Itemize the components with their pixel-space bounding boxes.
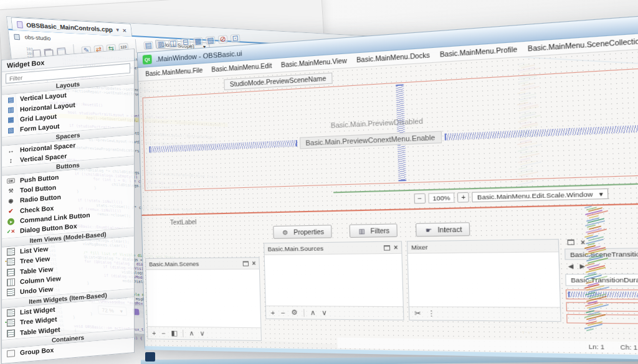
source-properties-icon[interactable]: ⚙ xyxy=(291,308,298,317)
editor-tab-title: OBSBasic_MainControls.cpp xyxy=(26,21,113,33)
text-label-widget[interactable]: TextLabel xyxy=(170,218,197,226)
scenes-list[interactable] xyxy=(146,269,261,328)
widget-item-label: Undo View xyxy=(20,285,53,295)
action-button-icon xyxy=(423,225,434,234)
widget-item-icon xyxy=(6,278,16,287)
form-designer-window: Qt .MainWindow - OBSBasic.ui Basic.MainM… xyxy=(137,11,638,361)
widget-item-icon xyxy=(6,105,16,114)
action-button[interactable]: Properties xyxy=(273,225,331,239)
zoom-out-button[interactable]: − xyxy=(414,194,426,204)
sources-list[interactable] xyxy=(265,253,403,307)
layout-toolbar-icon[interactable] xyxy=(156,40,166,49)
move-up-icon[interactable]: ∧ xyxy=(310,309,316,317)
move-down-icon[interactable]: ∨ xyxy=(200,329,205,337)
project-icon xyxy=(14,34,20,40)
scale-window-combo[interactable]: Basic.MainMenu.Edit.Scale.Window ▾ xyxy=(472,189,609,202)
action-button-icon xyxy=(280,228,290,236)
layout-toolbar-icon[interactable] xyxy=(168,39,178,47)
widget-box-panel: Widget Box Layouts Vertical Layout Horiz… xyxy=(1,49,135,364)
action-button-icon xyxy=(356,226,367,235)
horizontal-spacer-widget[interactable] xyxy=(149,140,297,152)
status-line: Ln: 1 xyxy=(589,343,605,351)
mixer-dock-header[interactable]: Mixer xyxy=(407,240,558,253)
sources-dock: Basic.Main.Sources × + − ⚙ ∧ ∨ xyxy=(264,241,404,320)
remove-scene-icon[interactable]: − xyxy=(161,329,166,337)
widget-item-icon xyxy=(6,217,16,226)
preview-selection-box[interactable]: Basic.Main.PreviewDisabled Basic.Main.Pr… xyxy=(143,65,638,191)
widget-item-icon xyxy=(6,227,16,236)
action-button[interactable]: Interact xyxy=(416,222,470,236)
widget-item-icon xyxy=(6,116,16,124)
widget-item-label: Tree View xyxy=(20,255,50,265)
widget-item-label: Group Box xyxy=(20,346,54,357)
widget-item-icon xyxy=(6,319,16,327)
move-up-icon[interactable]: ∧ xyxy=(189,329,194,337)
widget-box-section: Item Views (Model-Based) List View Tree … xyxy=(2,227,134,299)
mixer-dock: Mixer ✂ ⋮ xyxy=(407,239,561,322)
mixer-body[interactable] xyxy=(408,251,560,307)
close-dock-icon[interactable]: × xyxy=(394,244,398,251)
float-dock-icon[interactable] xyxy=(568,240,574,245)
action-button-label: Filters xyxy=(371,226,390,234)
layout-toolbar-icon[interactable] xyxy=(143,40,153,49)
add-source-icon[interactable]: + xyxy=(270,309,275,317)
widget-item-icon xyxy=(6,258,16,266)
toolbar-separator xyxy=(135,39,137,53)
zoom-in-button[interactable]: + xyxy=(457,192,469,203)
float-dock-icon[interactable] xyxy=(243,261,249,266)
widget-item-icon xyxy=(6,146,16,154)
cpp-file-icon xyxy=(17,21,23,28)
preview-context-label[interactable]: Basic.Main.PreviewConextMenu.Enable xyxy=(300,131,442,149)
float-dock-icon[interactable] xyxy=(384,245,390,251)
widget-item-icon xyxy=(6,186,16,195)
mixer-toolbar: ✂ ⋮ xyxy=(409,307,560,321)
widget-item-icon xyxy=(6,349,16,358)
mixer-menu-icon[interactable]: ⋮ xyxy=(427,309,436,318)
widgetbox-section-items: Push Button Tool Button Radio Button Che… xyxy=(2,165,134,237)
scenes-dock-title: Basic.Main.Scenes xyxy=(149,260,199,268)
add-scene-icon[interactable]: + xyxy=(152,329,156,337)
widget-item-icon xyxy=(6,247,16,256)
move-down-icon[interactable]: ∨ xyxy=(321,309,327,317)
mixer-dock-title: Mixer xyxy=(411,243,428,251)
widget-item-icon xyxy=(6,176,16,185)
layout-toolbar-icon[interactable] xyxy=(193,37,203,45)
horizontal-spacer-widget[interactable] xyxy=(444,123,638,141)
widget-box-section: Buttons Push Button Tool Button Radio Bu… xyxy=(2,156,134,237)
scene-grid-icon[interactable]: ◧ xyxy=(171,329,178,337)
widget-item-icon xyxy=(6,268,16,276)
scale-combo-value: Basic.MainMenu.Edit.Scale.Window xyxy=(477,190,593,201)
previous-transition-icon[interactable]: ◀ xyxy=(568,263,574,269)
widget-item-icon xyxy=(6,126,16,134)
remove-source-icon[interactable]: − xyxy=(281,309,285,317)
menu-item[interactable]: Basic.MainMenu.Edit xyxy=(207,60,276,75)
preview-border-line xyxy=(142,202,638,216)
widget-box-sections: Layouts Vertical Layout Horizontal Layou… xyxy=(2,75,134,359)
scenes-dock-header[interactable]: Basic.Main.Scenes × xyxy=(146,258,259,269)
layout-toolbar-icon[interactable] xyxy=(218,35,228,44)
tab-dropdown-icon[interactable]: ▾ xyxy=(116,27,119,32)
action-button[interactable]: Filters xyxy=(349,223,398,238)
chevron-down-icon: ▾ xyxy=(599,190,602,198)
menu-item[interactable]: Basic.MainMenu.View xyxy=(277,55,351,70)
layout-toolbar-icon[interactable] xyxy=(231,34,240,42)
menu-item[interactable]: Basic.MainMenu.File xyxy=(141,65,206,79)
layout-toolbar-icon[interactable] xyxy=(181,38,191,47)
widget-item-icon xyxy=(6,329,16,337)
background-code-sliver xyxy=(584,201,611,339)
sources-toolbar: + − ⚙ ∧ ∨ xyxy=(266,306,403,320)
mixer-settings-icon[interactable]: ✂ xyxy=(414,309,421,318)
action-button-label: Properties xyxy=(293,228,324,235)
form-canvas[interactable]: StudioMode.PreviewSceneName Basic.Main.P… xyxy=(138,45,638,357)
preview-zoom-controls: − 100% + Basic.MainMenu.Edit.Scale.Windo… xyxy=(414,189,608,204)
designer-window-title: .MainWindow - OBSBasic.ui xyxy=(156,49,242,63)
app-taskbar-icon[interactable] xyxy=(145,352,155,362)
widget-item-label: Form Layout xyxy=(20,123,60,133)
layout-toolbar-icon[interactable] xyxy=(206,35,216,44)
source-action-buttons: Properties Filters Interact xyxy=(273,222,470,239)
sources-dock-header[interactable]: Basic.Main.Sources × xyxy=(264,241,401,254)
widget-item-label: Table Widget xyxy=(20,325,60,336)
close-dock-icon[interactable]: × xyxy=(252,260,255,266)
widget-item-icon xyxy=(6,308,16,317)
zoom-level: 100% xyxy=(428,192,454,203)
